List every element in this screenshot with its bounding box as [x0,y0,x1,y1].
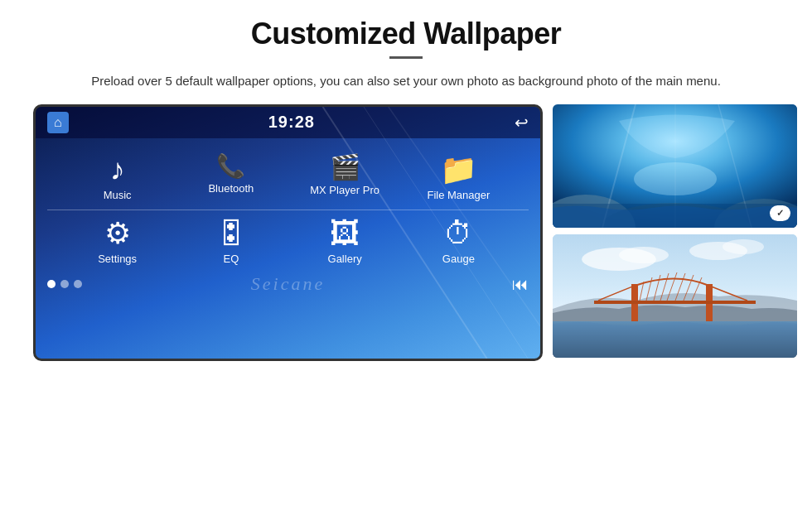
car-screen: ⌂ 19:28 ↩ ♪ Music 📞 Bluetooth 🎬 MX Playe… [33,104,543,361]
notification-badge: ✓ [770,205,790,221]
app-bluetooth-label: Bluetooth [208,182,254,195]
screen-time: 19:28 [268,113,315,132]
app-bluetooth[interactable]: 📞 Bluetooth [194,155,268,201]
dot-indicators [47,280,82,288]
dot-3[interactable] [74,280,82,288]
app-mxplayer[interactable]: 🎬 MX Player Pro [307,155,382,201]
eq-icon: 🎛 [216,219,246,248]
app-filemanager-label: File Manager [427,189,490,201]
seicane-brand: Seicane [251,273,325,295]
mxplayer-icon: 🎬 [330,155,360,180]
app-settings-label: Settings [98,253,137,265]
app-eq-label: EQ [223,253,239,265]
title-section: Customized Wallpaper [251,17,562,67]
app-gallery[interactable]: 🖼 Gallery [307,219,382,265]
screen-bottom: Seicane ⏮ [36,272,540,297]
gallery-icon: 🖼 [330,219,360,248]
app-gauge[interactable]: ⏱ Gauge [421,219,495,265]
app-filemanager[interactable]: 📁 File Manager [421,155,495,201]
golden-gate-detail [553,234,797,358]
home-button[interactable]: ⌂ [47,112,69,133]
notif-icon: ✓ [776,208,784,219]
content-area: ⌂ 19:28 ↩ ♪ Music 📞 Bluetooth 🎬 MX Playe… [33,104,779,361]
back-icon[interactable]: ↩ [515,113,529,132]
app-music-label: Music [104,189,132,201]
ice-cave-detail [553,104,797,228]
dot-1[interactable] [47,280,56,288]
app-mxplayer-label: MX Player Pro [310,184,379,196]
app-gallery-label: Gallery [328,253,362,265]
svg-rect-27 [594,301,756,304]
side-images: ✓ [553,104,797,358]
app-gauge-label: Gauge [442,253,475,265]
filemanager-icon: 📁 [440,155,477,185]
svg-point-16 [723,239,764,254]
page-container: Customized Wallpaper Preload over 5 defa… [0,0,812,525]
page-title: Customized Wallpaper [251,17,562,51]
home-icon: ⌂ [54,115,62,129]
golden-gate-image [553,234,797,358]
app-grid-row2: ⚙ Settings 🎛 EQ 🖼 Gallery ⏱ Gauge [36,210,540,272]
bluetooth-icon: 📞 [216,155,245,178]
app-music[interactable]: ♪ Music [80,155,155,201]
page-subtitle: Preload over 5 default wallpaper options… [91,72,721,91]
settings-icon: ⚙ [104,219,131,248]
app-settings[interactable]: ⚙ Settings [80,219,155,265]
ice-cave-image: ✓ [553,104,797,228]
screen-topbar: ⌂ 19:28 ↩ [36,107,540,138]
app-eq[interactable]: 🎛 EQ [194,219,268,265]
title-divider [389,56,423,59]
gauge-icon: ⏱ [443,219,473,248]
svg-point-14 [619,247,669,263]
skip-icon[interactable]: ⏮ [512,275,529,294]
app-grid-row1: ♪ Music 📞 Bluetooth 🎬 MX Player Pro 📁 Fi… [36,138,540,210]
dot-2[interactable] [60,280,69,288]
music-icon: ♪ [110,155,125,185]
